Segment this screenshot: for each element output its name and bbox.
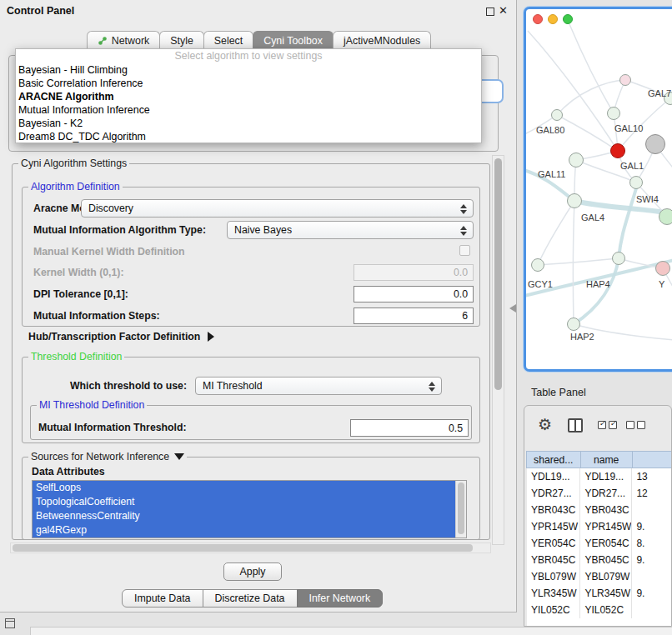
graph-node-gal10[interactable] — [610, 143, 625, 158]
mode-tab-discretize-data[interactable]: Discretize Data — [203, 589, 298, 608]
tab-jactivemnodules[interactable]: jActiveMNodules — [333, 31, 431, 49]
graph-node-y[interactable] — [655, 261, 670, 276]
graph-node-label: GAL1 — [620, 161, 644, 171]
which-threshold-value: MI Threshold — [203, 380, 263, 392]
algorithm-definition-title: Algorithm Definition — [28, 181, 123, 192]
combo-arrows-icon — [458, 203, 469, 215]
table-row[interactable]: YIL052CYIL052C — [527, 602, 672, 618]
table-cell: YIL052C — [527, 602, 580, 618]
settings-horizontal-scrollbar — [10, 542, 491, 553]
float-window-icon[interactable] — [486, 8, 494, 16]
graph-node-swi4[interactable] — [659, 208, 672, 225]
cyni-mode-tabs: Impute DataDiscretize DataInfer Network — [123, 589, 383, 608]
algorithm-option-mutual-information-inference[interactable]: Mutual Information Inference — [16, 103, 481, 117]
tab-network[interactable]: Network — [87, 31, 160, 49]
deselect-all-icon[interactable] — [626, 421, 645, 429]
data-attribute-item[interactable]: BetweennessCentrality — [33, 509, 455, 523]
mi-steps-input[interactable]: 6 — [354, 308, 474, 324]
dpi-tolerance-input[interactable]: 0.0 — [354, 286, 474, 302]
apply-button[interactable]: Apply — [223, 562, 282, 581]
mode-tab-infer-network[interactable]: Infer Network — [297, 589, 384, 608]
table-cell: YBR045C — [580, 552, 632, 568]
graph-node[interactable] — [645, 134, 665, 154]
graph-node-gal4[interactable] — [567, 193, 582, 208]
mode-tab-impute-data[interactable]: Impute Data — [122, 589, 203, 608]
table-row[interactable]: YER054CYER054C8. — [527, 535, 672, 552]
table-cell — [632, 502, 672, 518]
algorithm-option-aracne-algorithm[interactable]: ARACNE Algorithm — [16, 90, 481, 103]
algorithm-option-bayesian-k2[interactable]: Bayesian - K2 — [16, 117, 481, 130]
table-cell: YPR145W — [527, 518, 580, 535]
data-attribute-item[interactable]: gal4RGexp — [33, 523, 455, 538]
graph-node-gcy1[interactable] — [531, 258, 544, 272]
minimized-panel-icon[interactable] — [5, 618, 15, 628]
table-row[interactable]: YBR043CYBR043C — [527, 502, 672, 518]
settings-vertical-scrollbar-thumb[interactable] — [494, 158, 502, 390]
graph-node-label: HAP2 — [570, 332, 594, 342]
list-scrollbar-thumb[interactable] — [458, 482, 464, 534]
data-attribute-item[interactable]: TopologicalCoefficient — [33, 495, 455, 509]
mi-algorithm-type-select[interactable]: Naive Bayes — [227, 221, 474, 239]
network-edges — [526, 9, 672, 369]
column-header-name[interactable]: name — [580, 451, 633, 468]
table-cell: 9. — [632, 585, 672, 602]
kernel-width-label: Kernel Width (0,1): — [33, 267, 124, 278]
table-row[interactable]: YLR345WYLR345W9. — [527, 585, 672, 602]
unchecked-box-icon — [637, 421, 645, 429]
table-row[interactable]: YDL19...YDL19...13 — [527, 468, 672, 485]
node-table: shared...name YDL19...YDL19...13YDR27...… — [527, 451, 672, 627]
settings-horizontal-scrollbar-thumb[interactable] — [13, 544, 473, 552]
graph-node[interactable] — [607, 107, 620, 120]
algorithm-option-basic-correlation-inference[interactable]: Basic Correlation Inference — [16, 77, 481, 90]
graph-node-gal1[interactable] — [629, 176, 643, 189]
which-threshold-select[interactable]: MI Threshold — [195, 377, 442, 395]
sources-group-toggle[interactable]: Sources for Network Inference — [28, 451, 187, 462]
column-header-shared[interactable]: shared... — [526, 451, 581, 468]
close-icon[interactable]: ✕ — [499, 4, 508, 17]
table-cell: YER054C — [527, 535, 580, 552]
graph-node-hap4[interactable] — [612, 252, 625, 265]
table-cell: YER054C — [580, 535, 632, 552]
mi-threshold-input[interactable]: 0.5 — [350, 419, 469, 437]
aracne-mode-select[interactable]: Discovery — [81, 199, 474, 218]
table-cell — [632, 602, 672, 618]
graph-node-label: GAL80 — [536, 125, 564, 135]
column-selector-icon[interactable] — [568, 418, 583, 432]
table-row[interactable]: YBR045CYBR045C9. — [527, 552, 672, 568]
graph-node-gal80[interactable] — [551, 109, 563, 121]
hub-section-toggle[interactable]: Hub/Transcription Factor Definition — [28, 331, 214, 342]
tab-cyni-toolbox[interactable]: Cyni Toolbox — [253, 31, 333, 49]
kernel-width-input[interactable]: 0.0 — [354, 264, 474, 281]
table-cell: 8. — [632, 535, 672, 552]
collapsed-panel-strip — [30, 627, 672, 635]
table-row[interactable]: YDR27...YDR27...12 — [527, 485, 672, 502]
panel-divider-collapse-icon[interactable] — [509, 304, 516, 312]
table-cell: YBR043C — [580, 502, 632, 518]
table-row[interactable]: YPR145WYPR145W9. — [527, 518, 672, 535]
network-canvas[interactable]: GAL80GAL10GAL7GAL11GAL1SWI4GAL4GCY1HAP4Y… — [526, 9, 672, 369]
select-all-icon[interactable] — [598, 421, 617, 429]
graph-node-gal11[interactable] — [569, 152, 584, 168]
algorithm-option-dream8-dc-tdc-algorithm[interactable]: Dream8 DC_TDC Algorithm — [16, 130, 481, 143]
table-cell: 12 — [632, 485, 672, 502]
manual-kernel-width-checkbox[interactable] — [459, 245, 470, 256]
panel-title: Control Panel — [7, 5, 74, 17]
table-header: shared...name — [527, 451, 672, 468]
column-header-2[interactable] — [632, 451, 672, 468]
graph-node[interactable] — [619, 74, 631, 86]
algorithm-option-bayesian-hill-climbing[interactable]: Bayesian - Hill Climbing — [16, 63, 481, 77]
data-attribute-item[interactable]: SelfLoops — [33, 481, 455, 495]
settings-gear-icon[interactable] — [538, 416, 552, 434]
tab-select[interactable]: Select — [203, 31, 253, 49]
tab-style[interactable]: Style — [159, 31, 204, 49]
hub-section-label: Hub/Transcription Factor Definition — [28, 331, 200, 342]
tab-label: Network — [112, 35, 149, 47]
table-row[interactable]: YBL079WYBL079W — [527, 568, 672, 585]
sources-group-title: Sources for Network Inference — [31, 451, 169, 462]
dpi-tolerance-label: DPI Tolerance [0,1]: — [33, 288, 128, 300]
tab-label: Cyni Toolbox — [263, 35, 323, 47]
table-panel-title: Table Panel — [531, 387, 586, 398]
graph-node-hap2[interactable] — [567, 318, 580, 331]
checked-box-icon — [609, 421, 617, 429]
table-cell: YBR045C — [527, 552, 580, 568]
